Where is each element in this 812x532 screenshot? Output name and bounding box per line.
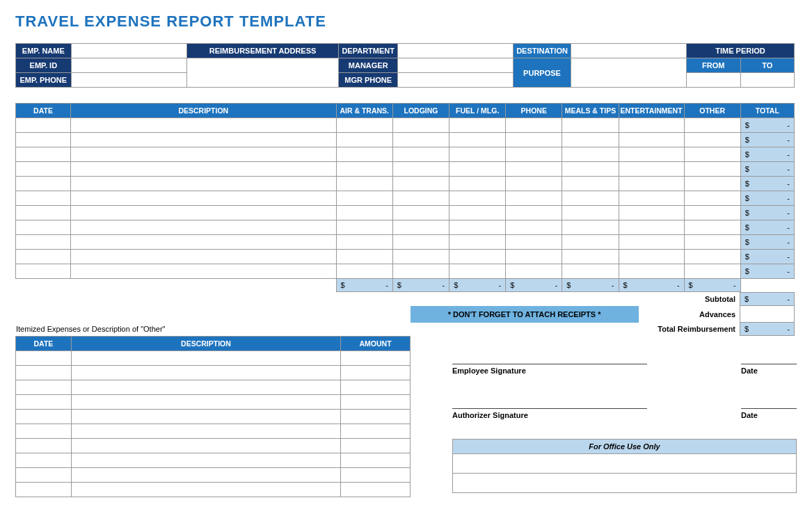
field-mgr-phone[interactable] bbox=[398, 73, 514, 88]
expense-cell[interactable] bbox=[506, 133, 562, 147]
expense-cell[interactable] bbox=[336, 264, 392, 279]
expense-cell[interactable] bbox=[562, 133, 619, 147]
expense-cell[interactable] bbox=[684, 147, 740, 162]
expense-cell[interactable] bbox=[71, 264, 337, 279]
itemized-cell[interactable] bbox=[71, 483, 340, 497]
expense-cell[interactable] bbox=[336, 191, 392, 206]
expense-cell[interactable] bbox=[71, 133, 337, 147]
itemized-cell[interactable] bbox=[16, 453, 72, 468]
itemized-cell[interactable] bbox=[71, 351, 340, 366]
itemized-cell[interactable] bbox=[16, 366, 72, 380]
expense-cell[interactable] bbox=[619, 147, 684, 162]
itemized-cell[interactable] bbox=[16, 424, 72, 439]
expense-cell[interactable] bbox=[619, 177, 684, 191]
expense-cell[interactable] bbox=[684, 191, 740, 206]
expense-cell[interactable] bbox=[71, 162, 337, 177]
expense-cell[interactable] bbox=[619, 206, 684, 220]
field-manager[interactable] bbox=[398, 58, 514, 73]
expense-cell[interactable] bbox=[506, 191, 562, 206]
itemized-cell[interactable] bbox=[16, 439, 72, 453]
expense-cell[interactable] bbox=[562, 162, 619, 177]
expense-cell[interactable] bbox=[562, 220, 619, 235]
expense-cell[interactable] bbox=[619, 133, 684, 147]
expense-cell[interactable] bbox=[16, 191, 71, 206]
expense-cell[interactable] bbox=[392, 235, 449, 250]
expense-cell[interactable] bbox=[392, 147, 449, 162]
expense-cell[interactable] bbox=[392, 162, 449, 177]
signature-employee-date[interactable]: Date bbox=[741, 364, 797, 375]
itemized-cell[interactable] bbox=[16, 395, 72, 410]
itemized-cell[interactable] bbox=[71, 439, 340, 453]
expense-cell[interactable] bbox=[16, 162, 71, 177]
itemized-cell[interactable] bbox=[71, 380, 340, 395]
expense-cell[interactable] bbox=[619, 191, 684, 206]
expense-cell[interactable] bbox=[449, 220, 506, 235]
expense-cell[interactable] bbox=[562, 264, 619, 279]
expense-cell[interactable] bbox=[506, 250, 562, 264]
expense-cell[interactable] bbox=[71, 191, 337, 206]
expense-cell[interactable] bbox=[684, 264, 740, 279]
expense-cell[interactable] bbox=[562, 118, 619, 133]
expense-cell[interactable] bbox=[619, 220, 684, 235]
itemized-cell[interactable] bbox=[71, 395, 340, 410]
itemized-cell[interactable] bbox=[341, 395, 411, 410]
expense-cell[interactable] bbox=[506, 118, 562, 133]
expense-cell[interactable] bbox=[684, 206, 740, 220]
expense-cell[interactable] bbox=[562, 191, 619, 206]
itemized-cell[interactable] bbox=[341, 483, 411, 497]
expense-cell[interactable] bbox=[684, 250, 740, 264]
itemized-cell[interactable] bbox=[341, 453, 411, 468]
expense-cell[interactable] bbox=[506, 147, 562, 162]
expense-cell[interactable] bbox=[336, 162, 392, 177]
field-emp-id[interactable] bbox=[71, 58, 186, 73]
expense-cell[interactable] bbox=[71, 147, 337, 162]
itemized-cell[interactable] bbox=[341, 366, 411, 380]
field-purpose[interactable] bbox=[571, 58, 686, 88]
value-advances[interactable] bbox=[740, 306, 795, 323]
itemized-cell[interactable] bbox=[16, 351, 72, 366]
expense-cell[interactable] bbox=[336, 206, 392, 220]
expense-cell[interactable] bbox=[449, 250, 506, 264]
expense-cell[interactable] bbox=[506, 177, 562, 191]
signature-authorizer[interactable]: Authorizer Signature bbox=[452, 408, 647, 419]
expense-cell[interactable] bbox=[16, 206, 71, 220]
expense-cell[interactable] bbox=[71, 220, 337, 235]
expense-cell[interactable] bbox=[71, 177, 337, 191]
itemized-cell[interactable] bbox=[71, 410, 340, 424]
itemized-cell[interactable] bbox=[341, 351, 411, 366]
expense-cell[interactable] bbox=[506, 235, 562, 250]
expense-cell[interactable] bbox=[16, 118, 71, 133]
expense-cell[interactable] bbox=[684, 118, 740, 133]
field-from[interactable] bbox=[687, 73, 741, 88]
expense-cell[interactable] bbox=[16, 235, 71, 250]
itemized-cell[interactable] bbox=[71, 424, 340, 439]
expense-cell[interactable] bbox=[684, 133, 740, 147]
itemized-cell[interactable] bbox=[341, 424, 411, 439]
expense-cell[interactable] bbox=[449, 206, 506, 220]
expense-cell[interactable] bbox=[562, 250, 619, 264]
expense-cell[interactable] bbox=[16, 133, 71, 147]
expense-cell[interactable] bbox=[684, 220, 740, 235]
itemized-cell[interactable] bbox=[341, 439, 411, 453]
expense-cell[interactable] bbox=[449, 191, 506, 206]
expense-cell[interactable] bbox=[684, 162, 740, 177]
office-use-row[interactable] bbox=[453, 454, 797, 474]
expense-cell[interactable] bbox=[392, 118, 449, 133]
office-use-row[interactable] bbox=[453, 474, 797, 493]
expense-cell[interactable] bbox=[562, 206, 619, 220]
expense-cell[interactable] bbox=[16, 264, 71, 279]
expense-cell[interactable] bbox=[506, 206, 562, 220]
expense-cell[interactable] bbox=[336, 250, 392, 264]
expense-cell[interactable] bbox=[336, 177, 392, 191]
expense-cell[interactable] bbox=[336, 118, 392, 133]
itemized-cell[interactable] bbox=[341, 410, 411, 424]
itemized-cell[interactable] bbox=[16, 468, 72, 483]
expense-cell[interactable] bbox=[392, 206, 449, 220]
expense-cell[interactable] bbox=[16, 177, 71, 191]
itemized-cell[interactable] bbox=[71, 366, 340, 380]
expense-cell[interactable] bbox=[684, 177, 740, 191]
expense-cell[interactable] bbox=[336, 147, 392, 162]
itemized-cell[interactable] bbox=[16, 483, 72, 497]
signature-employee[interactable]: Employee Signature bbox=[452, 364, 647, 375]
expense-cell[interactable] bbox=[16, 250, 71, 264]
